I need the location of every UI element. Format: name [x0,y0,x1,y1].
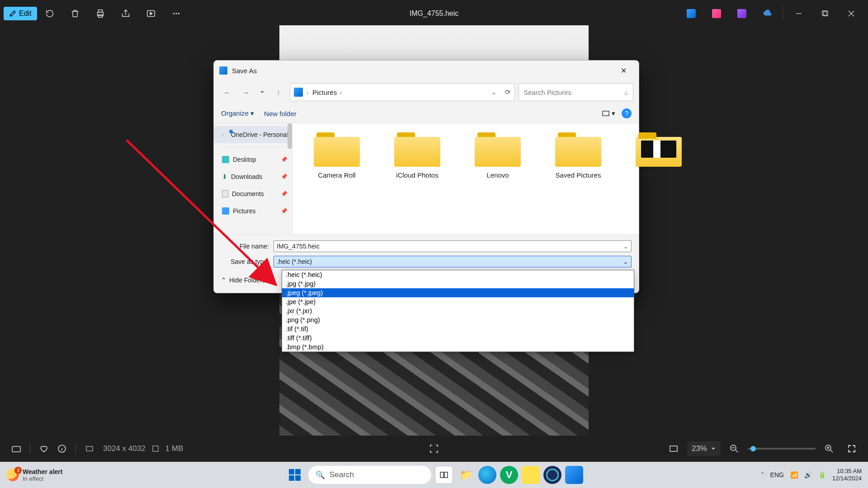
taskbar-app-icon[interactable]: V [500,466,518,484]
svg-rect-26 [603,111,609,116]
downloads-icon: ⬇ [222,173,227,180]
filetype-select[interactable]: .heic (*.heic)⌄ [274,256,632,267]
sidebar-item-documents[interactable]: Documents📌 [214,185,292,202]
taskbar-app-icon[interactable] [543,466,561,484]
zoom-level[interactable]: 23% [687,441,721,456]
sidebar-item-pictures[interactable]: Pictures📌 [214,202,292,220]
rotate-icon[interactable] [37,0,62,27]
folder-item[interactable]: Saved Pictures [547,132,610,225]
clipchamp-icon[interactable] [704,0,729,27]
pin-icon[interactable]: 📌 [281,191,288,197]
svg-rect-28 [440,472,443,478]
sidebar-item-onedrive[interactable]: › OneDrive - Personal [214,126,292,143]
zoom-in-icon[interactable] [820,444,838,453]
pin-icon[interactable]: 📌 [281,174,288,180]
new-folder-button[interactable]: New folder [264,110,297,117]
svg-rect-18 [670,446,677,451]
more-icon[interactable] [164,0,189,27]
zoom-out-icon[interactable] [725,444,743,453]
folder-icon [475,132,521,167]
image-dimensions: 3024 x 4032 [103,444,146,453]
svg-line-25 [830,450,833,452]
taskbar-explorer-icon[interactable]: 📁 [457,466,475,484]
folder-item[interactable]: Lenovo [466,132,529,225]
location-icon [294,88,303,97]
taskbar-search[interactable]: 🔍 Search [308,466,431,484]
filmstrip-icon[interactable] [7,444,25,454]
pin-icon[interactable]: 📌 [281,208,288,214]
filetype-option[interactable]: .png (*.png) [282,315,634,324]
search-input[interactable]: Search Pictures ⌕ [519,83,633,101]
taskbar-photos-icon[interactable] [565,466,583,484]
sidebar-scrollbar[interactable] [288,123,292,149]
tray-clock[interactable]: 10:35 AM 12/14/2024 [832,468,862,483]
scan-icon[interactable] [425,443,443,454]
address-bar[interactable]: › Pictures› ⌄ ⟳ [290,83,515,101]
tray-volume-icon[interactable]: 🔊 [804,471,812,479]
help-icon[interactable]: ? [622,108,632,118]
dialog-close-button[interactable]: ✕ [613,63,633,78]
tray-chevron-icon[interactable]: ˄ [761,471,764,479]
slideshow-icon[interactable] [138,0,164,27]
folder-icon [394,132,440,167]
pin-icon[interactable]: 📌 [281,156,288,163]
organize-menu[interactable]: Organize ▾ [221,109,254,117]
svg-point-4 [173,13,174,14]
view-mode-icon[interactable]: ▾ [602,109,615,117]
save-as-dialog: Save As ✕ ← → ↑ › Pictures› ⌄ ⟳ Search P… [213,60,639,293]
minimize-button[interactable] [786,5,812,23]
zoom-slider[interactable] [748,448,816,450]
dialog-titlebar[interactable]: Save As ✕ [214,61,639,80]
filetype-option[interactable]: .jpe (*.jpe) [282,297,634,306]
hide-folders-toggle[interactable]: ⌃ Hide Folders [221,277,265,284]
filetype-option[interactable]: .jpg (*.jpg) [282,279,634,288]
cloud-sync-icon[interactable] [755,0,780,27]
folder-item[interactable]: Screenshots [627,132,690,225]
fullscreen-icon[interactable] [843,444,861,454]
taskbar-sticky-notes-icon[interactable] [522,466,540,484]
filetype-option[interactable]: .tif (*.tif) [282,324,634,333]
start-button[interactable] [285,465,305,485]
tray-language[interactable]: ENG [770,471,784,479]
taskbar-edge-icon[interactable] [478,466,496,484]
folder-item[interactable]: iCloud Photos [386,132,449,225]
tray-wifi-icon[interactable]: 📶 [790,471,798,479]
tray-battery-icon[interactable]: 🔋 [818,471,826,479]
filetype-option[interactable]: .tiff (*.tiff) [282,333,634,343]
info-icon[interactable] [53,444,71,454]
delete-icon[interactable] [62,0,88,27]
maximize-button[interactable] [812,5,838,23]
designer-icon[interactable] [729,0,755,27]
actual-size-icon[interactable] [665,444,683,454]
favorite-icon[interactable] [35,444,53,454]
svg-rect-29 [444,472,448,478]
taskbar-weather[interactable]: 3 Weather alert In effect [0,468,69,482]
nav-up-icon[interactable]: ↑ [271,84,286,100]
chevron-up-icon: ⌃ [221,277,226,284]
filetype-dropdown[interactable]: .heic (*.heic) .jpg (*.jpg) .jpeg (*.jpe… [282,270,634,352]
nav-forward-icon[interactable]: → [238,84,254,100]
print-icon[interactable] [88,0,113,27]
share-icon[interactable] [113,0,138,27]
folder-icon [636,132,682,167]
breadcrumb-pictures[interactable]: Pictures› [312,89,342,96]
folder-item[interactable]: Camera Roll [305,132,368,225]
nav-back-icon[interactable]: ← [219,84,235,100]
task-view-icon[interactable] [435,466,453,484]
svg-rect-1 [98,10,102,13]
filetype-option[interactable]: .heic (*.heic) [282,270,634,279]
nav-recent-icon[interactable] [257,84,267,100]
filename-input[interactable]: IMG_4755.heic⌄ [274,240,632,252]
refresh-icon[interactable]: ⟳ [505,88,511,96]
close-button[interactable] [838,5,864,23]
dialog-toolbar: Organize ▾ New folder ▾ ? [214,104,639,123]
sidebar-item-desktop[interactable]: Desktop📌 [214,151,292,168]
photos-app-icon[interactable] [679,0,704,27]
edit-button[interactable]: Edit [4,7,37,20]
filetype-option[interactable]: .jxr (*.jxr) [282,306,634,315]
app-icon [219,66,227,75]
sidebar-item-downloads[interactable]: ⬇Downloads📌 [214,168,292,185]
filetype-option[interactable]: .jpeg (*.jpeg) [282,288,634,297]
svg-rect-12 [12,446,20,452]
filetype-option[interactable]: .bmp (*.bmp) [282,343,634,352]
